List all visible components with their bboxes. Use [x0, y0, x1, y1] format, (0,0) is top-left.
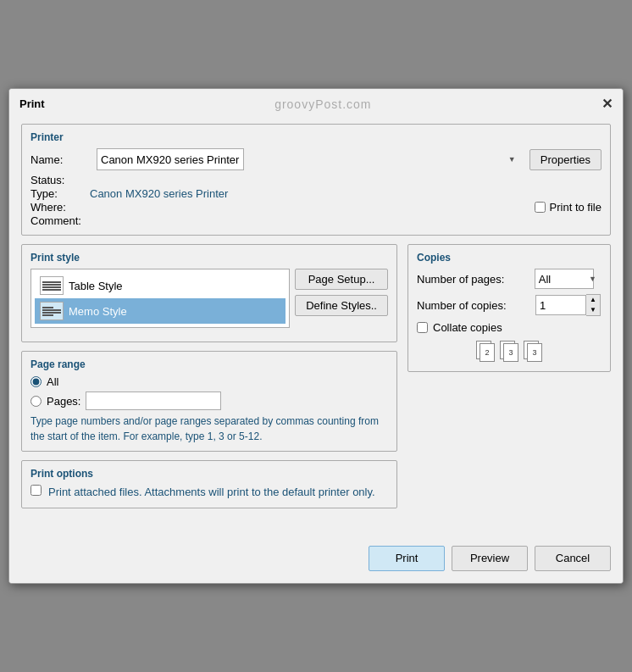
name-label: Name:	[30, 153, 90, 166]
dialog-body: Printer Name: Canon MX920 series Printer…	[9, 115, 623, 536]
print-options-label: Print options	[30, 468, 388, 480]
page-range-hint: Type page numbers and/or page ranges sep…	[30, 414, 388, 444]
page-3-front: 3	[527, 343, 542, 362]
spin-buttons: ▲ ▼	[586, 294, 601, 316]
status-label: Status:	[30, 174, 90, 186]
spin-up-button[interactable]: ▲	[586, 295, 600, 305]
left-col: Print style Table St	[21, 244, 397, 516]
page-set-3: 3 3	[524, 341, 542, 364]
type-row: Type: Canon MX920 series Printer	[30, 187, 602, 200]
type-value: Canon MX920 series Printer	[90, 187, 228, 200]
icon-line-1	[42, 281, 61, 283]
copies-section: Copies Number of pages: All 1 2 3	[407, 244, 611, 372]
page-1-front: 2	[480, 343, 495, 362]
print-to-file-checkbox[interactable]	[535, 202, 546, 213]
option-text: Print attached files. Attachments will p…	[48, 485, 375, 500]
num-pages-label: Number of pages:	[417, 273, 535, 286]
preview-button[interactable]: Preview	[452, 546, 528, 571]
where-row: Where: Print to file	[30, 201, 602, 214]
define-styles-button[interactable]: Define Styles..	[295, 295, 388, 316]
where-label: Where:	[30, 201, 90, 214]
num-copies-row: Number of copies: ▲ ▼	[417, 294, 602, 316]
all-pages-radio[interactable]	[30, 376, 42, 387]
comment-row: Comment:	[30, 214, 602, 227]
pages-radio[interactable]	[30, 396, 42, 407]
page-set-1: 1 2	[476, 341, 495, 364]
icon-line-4	[42, 289, 61, 291]
print-options-section: Print options Print attached files. Atta…	[21, 460, 397, 508]
icon-line-2	[42, 284, 61, 286]
cancel-button[interactable]: Cancel	[535, 546, 611, 571]
printer-section-label: Printer	[30, 131, 602, 143]
pages-label: Pages:	[47, 395, 80, 408]
page-setup-button[interactable]: Page Setup...	[295, 269, 388, 290]
pages-input[interactable]	[86, 392, 221, 410]
all-pages-label: All	[47, 375, 58, 388]
page-range-label: Page range	[30, 358, 388, 370]
style-buttons: Page Setup... Define Styles..	[295, 269, 388, 333]
title-bar: Print groovyPost.com ✕	[9, 89, 623, 115]
comment-label: Comment:	[30, 214, 90, 227]
print-style-label: Print style	[30, 252, 388, 264]
dialog-footer: Print Preview Cancel	[9, 537, 623, 583]
copies-label: Copies	[417, 252, 602, 264]
status-row: Status:	[30, 174, 602, 186]
memo-style-icon	[40, 302, 64, 320]
style-list: Table Style Memo Style	[30, 269, 290, 328]
print-button[interactable]: Print	[369, 546, 445, 571]
print-attachments-checkbox[interactable]	[30, 485, 42, 496]
printer-select-wrapper: Canon MX920 series Printer	[97, 148, 523, 170]
printer-name-row: Name: Canon MX920 series Printer Propert…	[30, 148, 602, 170]
num-pages-select-wrap: All 1 2 3	[535, 269, 602, 289]
option-row: Print attached files. Attachments will p…	[30, 485, 388, 500]
page-set-2: 2 3	[500, 341, 518, 364]
icon-full-line-2	[42, 312, 61, 314]
properties-button[interactable]: Properties	[529, 149, 602, 170]
icon-short-line-1	[42, 307, 53, 308]
table-style-icon	[40, 276, 64, 295]
num-pages-select[interactable]: All 1 2 3	[535, 269, 594, 289]
collate-checkbox[interactable]	[417, 322, 428, 333]
table-style-item[interactable]: Table Style	[35, 273, 286, 298]
page-2-front: 3	[503, 343, 518, 362]
print-style-row: Table Style Memo Style	[30, 269, 388, 333]
close-icon[interactable]: ✕	[602, 96, 613, 112]
all-pages-row: All	[30, 375, 388, 388]
memo-style-label: Memo Style	[69, 305, 127, 318]
print-style-section: Print style Table St	[21, 244, 397, 342]
printer-info: Status: Type: Canon MX920 series Printer…	[30, 174, 602, 227]
spin-down-button[interactable]: ▼	[586, 305, 600, 315]
page-range-section: Page range All Pages: Type page numbers …	[21, 351, 397, 452]
num-pages-row: Number of pages: All 1 2 3	[417, 269, 602, 289]
num-copies-input-wrap: ▲ ▼	[535, 294, 601, 316]
print-to-file-label[interactable]: Print to file	[535, 201, 602, 214]
collate-label: Collate copies	[433, 321, 502, 334]
num-copies-input[interactable]	[535, 295, 586, 315]
dialog-title: Print	[19, 97, 45, 110]
right-col: Copies Number of pages: All 1 2 3	[407, 244, 611, 516]
collate-illustration: 1 2 2 3 3 3	[417, 341, 602, 364]
table-style-label: Table Style	[69, 280, 123, 292]
printer-select[interactable]: Canon MX920 series Printer	[97, 148, 244, 170]
icon-line-3	[42, 286, 61, 288]
type-label: Type:	[30, 187, 90, 200]
watermark: groovyPost.com	[45, 97, 602, 111]
pages-row: Pages:	[30, 392, 388, 410]
num-copies-label: Number of copies:	[417, 299, 535, 312]
icon-full-line-1	[42, 309, 61, 311]
collate-row: Collate copies	[417, 321, 602, 334]
printer-section: Printer Name: Canon MX920 series Printer…	[21, 124, 611, 236]
two-col-section: Print style Table St	[21, 244, 611, 516]
memo-style-item[interactable]: Memo Style	[35, 298, 286, 324]
print-dialog: Print groovyPost.com ✕ Printer Name: Can…	[8, 88, 624, 583]
icon-short-line-2	[42, 314, 53, 316]
